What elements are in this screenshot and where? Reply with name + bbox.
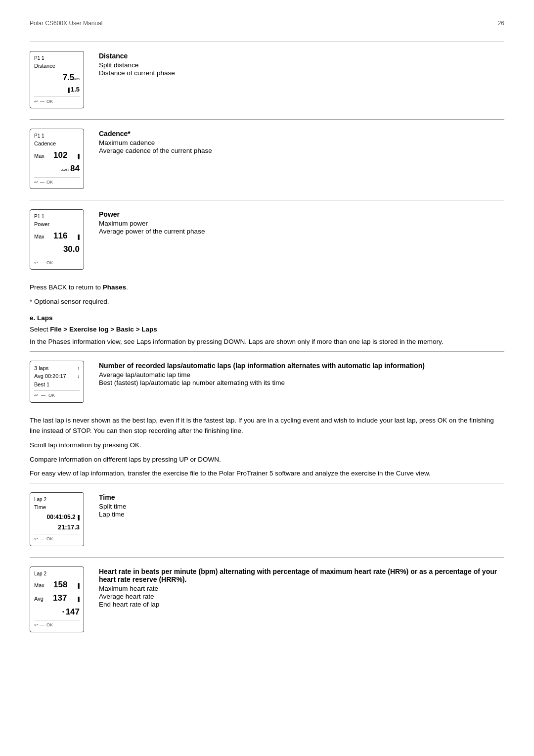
power-ok-icon: OK	[46, 260, 53, 267]
lap-hr-title-rest: in beats per minute (bpm) alternating wi…	[99, 567, 497, 583]
power-device-label: Power	[34, 220, 80, 229]
lap-hr-line3: End heart rate of lap	[99, 601, 504, 608]
select-path: File > Exercise log > Basic > Laps	[50, 326, 157, 333]
lap-hr-line1: Maximum heart rate	[99, 585, 504, 592]
cadence-avg-value: 84	[70, 162, 80, 175]
transfer-prose: For easy view of lap information, transf…	[30, 469, 504, 479]
lap-split-time: 00:41:05.2	[47, 513, 76, 521]
laps-num-title-bold: Number of recorded laps/automatic laps	[99, 362, 231, 370]
press-back-text: Press BACK to return to Phases.	[30, 283, 504, 293]
distance-device: P1 1 Distance 7.5 km ▐ 1.5 ↩ — OK	[30, 51, 84, 108]
power-device: P1 1 Power Max 116 ▐ 30.0 ↩ — OK	[30, 209, 84, 270]
distance-description: Distance Split distance Distance of curr…	[99, 51, 504, 77]
lap-time-section: Lap 2 Time 00:41:05.2 ▐ 21:17.3 ↩ — OK T…	[30, 483, 504, 555]
laps-down-arrow: ↓	[77, 373, 80, 380]
lap-hr-section: Lap 2 Max 158 ▐ Avg 137 ▐ • 147 ↩ — OK H…	[30, 557, 504, 641]
lap-hr-title-bold: Heart rate	[99, 567, 131, 575]
laps-prose1: In the Phases information view, see Laps…	[30, 337, 504, 347]
distance-bottom-icons: ↩ — OK	[34, 96, 80, 105]
laps-description: Number of recorded laps/automatic laps (…	[99, 361, 504, 387]
cadence-ok-icon: OK	[46, 179, 53, 186]
select-label: Select	[30, 326, 50, 333]
distance-line2: Distance of current phase	[99, 69, 504, 77]
power-line1: Maximum power	[99, 220, 504, 227]
distance-unit: km	[74, 76, 80, 82]
last-lap-prose: The last lap is never shown as the best …	[30, 416, 504, 436]
distance-div: —	[40, 98, 44, 105]
power-back-icon: ↩	[34, 260, 38, 267]
power-description: Power Maximum power Average power of the…	[99, 209, 504, 236]
laps-bottom-icons: ↩ — OK	[34, 390, 80, 399]
lap-hr-avg-value: 137	[53, 592, 67, 605]
power-max-value: 116	[53, 230, 67, 242]
power-section: P1 1 Power Max 116 ▐ 30.0 ↩ — OK Power M…	[30, 200, 504, 279]
lap-hr-bar1: ▐	[77, 583, 80, 590]
laps-ok-icon: OK	[48, 392, 55, 399]
power-device-p1: P1 1	[34, 213, 80, 220]
select-laps-line: Select File > Exercise log > Basic > Lap…	[30, 326, 504, 333]
power-bottom-icons: ↩ — OK	[34, 258, 80, 267]
cadence-max-label: Max	[34, 152, 44, 160]
cadence-bar-icon: ▐	[77, 153, 80, 160]
laps-device: 3 laps ↑ Avg 00:20:17 ↓ Best 1 ↩ — OK	[30, 361, 84, 403]
lap-time-ok-icon: OK	[46, 536, 53, 543]
distance-line1: Split distance	[99, 61, 504, 69]
laps-device-section: 3 laps ↑ Avg 00:20:17 ↓ Best 1 ↩ — OK Nu…	[30, 351, 504, 412]
cadence-section: P1 1 Cadence Max 102 ▐ AVG 84 ↩ — OK Cad…	[30, 119, 504, 198]
lap-time-device: Lap 2 Time 00:41:05.2 ▐ 21:17.3 ↩ — OK	[30, 492, 84, 546]
distance-title: Distance	[99, 52, 504, 60]
lap-hr-bullet: •	[62, 608, 64, 615]
manual-title: Polar CS600X User Manual	[30, 20, 102, 27]
press-back-label: Press BACK to return to	[30, 284, 103, 291]
laps-num-title: Number of recorded laps/automatic laps (…	[99, 362, 504, 370]
lap-hr-p1: Lap 2	[34, 570, 80, 577]
lap-hr-max-label: Max	[34, 581, 44, 590]
lap-hr-div: —	[40, 622, 44, 629]
page-header: Polar CS600X User Manual 26	[30, 20, 504, 27]
distance-split-value: 1.5	[71, 85, 80, 94]
press-back-period: .	[126, 284, 128, 291]
press-back-phases: Phases	[103, 284, 126, 291]
page-number: 26	[498, 20, 504, 27]
compare-prose: Compare information on different laps by…	[30, 455, 504, 465]
cadence-div: —	[40, 179, 44, 186]
power-title: Power	[99, 210, 504, 218]
laps-line1: Average lap/automatic lap time	[99, 371, 504, 378]
ok-icon: OK	[46, 98, 53, 105]
lap-hr-avg-label: Avg	[34, 595, 44, 603]
laps-line2: Best (fastest) lap/automatic lap number …	[99, 379, 504, 386]
lap-hr-description: Heart rate in beats per minute (bpm) alt…	[99, 567, 504, 609]
scroll-prose: Scroll lap information by pressing OK.	[30, 440, 504, 451]
lap-time-p1: Lap 2	[34, 496, 80, 503]
cadence-bottom-icons: ↩ — OK	[34, 177, 80, 186]
laps-back-icon: ↩	[34, 392, 38, 399]
distance-section: P1 1 Distance 7.5 km ▐ 1.5 ↩ — OK Distan…	[30, 42, 504, 117]
lap-time-label: Time	[34, 503, 80, 512]
lap-hr-max-value: 158	[53, 578, 67, 591]
distance-bar-icon: ▐	[67, 87, 70, 94]
cadence-avg-label: AVG	[61, 167, 69, 173]
cadence-device-label: Cadence	[34, 140, 80, 148]
lap-hr-back-icon: ↩	[34, 622, 38, 629]
cadence-device-p1: P1 1	[34, 132, 80, 140]
lap-hr-ok-icon: OK	[46, 622, 53, 629]
lap-time-back-icon: ↩	[34, 536, 38, 543]
power-bar-icon: ▐	[77, 234, 80, 241]
lap-time-bar: ▐	[77, 515, 80, 521]
lap-time-title: Time	[99, 493, 504, 501]
lap-time-value: 21:17.3	[58, 522, 80, 532]
laps-count-label: 3 laps	[34, 364, 48, 373]
lap-hr-line2: Average heart rate	[99, 593, 504, 600]
cadence-line2: Average cadence of the current phase	[99, 147, 504, 154]
cadence-back-icon: ↩	[34, 179, 38, 186]
lap-hr-bottom-icons: ↩ — OK	[34, 620, 80, 629]
power-max-label: Max	[34, 233, 44, 241]
lap-time-div: —	[40, 536, 44, 543]
lap-time-bottom-icons: ↩ — OK	[34, 534, 80, 543]
cadence-title: Cadence*	[99, 130, 504, 138]
lap-time-description: Time Split time Lap time	[99, 492, 504, 519]
laps-avg-time: Avg 00:20:17	[34, 372, 66, 380]
laps-div: —	[41, 392, 45, 399]
distance-device-label: Distance	[34, 62, 80, 70]
lap-hr-end-value: 147	[66, 606, 80, 618]
